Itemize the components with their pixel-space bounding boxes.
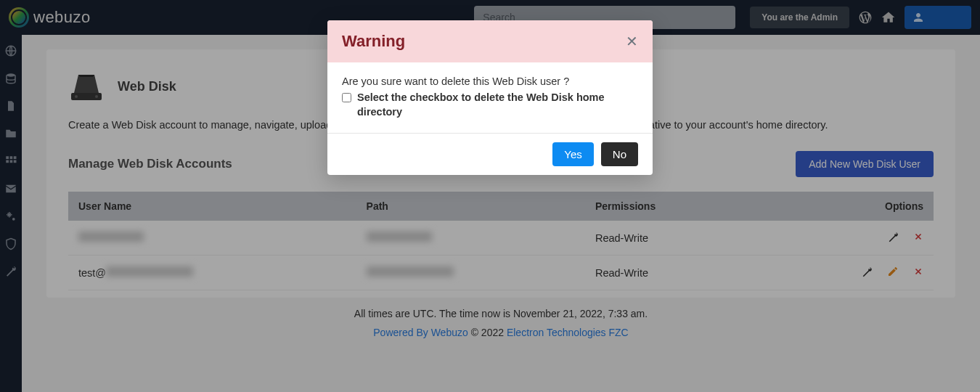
checkbox-label: Select the checkbox to delete the Web Di… [357,90,638,120]
yes-button[interactable]: Yes [552,142,593,166]
delete-home-dir-checkbox[interactable] [342,93,351,102]
modal-question: Are you sure want to delete this Web Dis… [342,75,638,87]
modal-title: Warning [342,32,405,51]
close-icon[interactable]: ✕ [626,34,638,49]
warning-modal: Warning ✕ Are you sure want to delete th… [327,20,653,175]
no-button[interactable]: No [601,142,638,166]
